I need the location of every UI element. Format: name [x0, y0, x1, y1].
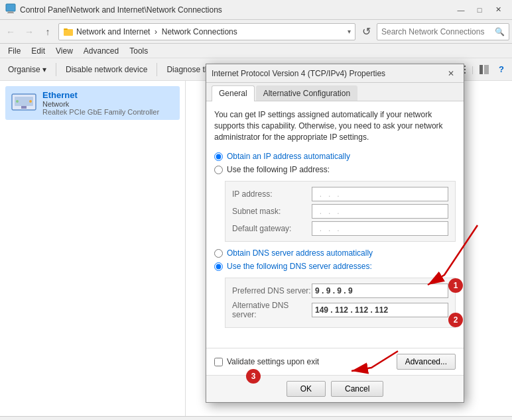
dialog-tabs: General Alternative Configuration	[206, 83, 464, 101]
network-name: Ethernet	[42, 90, 174, 100]
preferred-dns-input[interactable]: 9 . 9 . 9 . 9	[312, 284, 448, 298]
auto-dns-label: Obtain DNS server address automatically	[227, 248, 373, 258]
alternate-dns-label: Alternative DNS server:	[232, 301, 312, 319]
forward-button[interactable]: →	[21, 24, 37, 40]
folder-icon	[63, 26, 74, 37]
title-bar: Control Panel\Network and Internet\Netwo…	[0, 0, 512, 20]
status-bar: 1 item 1 item selected	[0, 416, 512, 420]
ethernet-item[interactable]: Ethernet Network Realtek PCIe GbE Family…	[5, 86, 180, 120]
menu-bar: File Edit View Advanced Tools	[0, 44, 512, 58]
subnet-mask-input: . . .	[312, 204, 448, 219]
dialog-footer: 3 OK Cancel	[206, 375, 464, 402]
validate-checkbox-label[interactable]: Validate settings upon exit	[214, 357, 397, 366]
svg-point-17	[16, 100, 19, 103]
auto-ip-radio[interactable]	[214, 152, 223, 161]
preferred-dns-label: Preferred DNS server:	[232, 286, 312, 295]
minimize-button[interactable]: —	[452, 3, 470, 17]
dialog-title-text: Internet Protocol Version 4 (TCP/IPv4) P…	[212, 69, 444, 78]
svg-point-18	[29, 100, 32, 103]
maximize-button[interactable]: □	[471, 3, 488, 17]
advanced-button[interactable]: Advanced...	[397, 354, 456, 370]
ip-address-input: . . .	[312, 187, 448, 201]
tab-general[interactable]: General	[212, 85, 255, 101]
cancel-button[interactable]: Cancel	[331, 381, 383, 397]
svg-rect-4	[64, 28, 68, 30]
svg-rect-2	[7, 13, 14, 13]
auto-ip-row: Obtain an IP address automatically	[214, 152, 456, 161]
svg-rect-16	[21, 106, 27, 109]
menu-view[interactable]: View	[50, 45, 78, 57]
alternate-dns-row: Alternative DNS server: 149 . 112 . 112 …	[232, 301, 448, 319]
toolbar-separator-2	[157, 63, 157, 76]
dns-section: Obtain DNS server address automatically …	[214, 248, 456, 271]
menu-advanced[interactable]: Advanced	[78, 45, 124, 57]
panel-icon	[479, 64, 489, 75]
address-bar: ← → ↑ Network and Internet › Network Con…	[0, 20, 512, 44]
svg-rect-3	[64, 29, 73, 36]
disable-network-button[interactable]: Disable network device	[60, 60, 153, 79]
ip-fields: IP address: . . . Subnet mask: . . . Def…	[225, 181, 456, 242]
help-button[interactable]: ?	[493, 62, 509, 78]
title-text: Control Panel\Network and Internet\Netwo…	[20, 5, 452, 15]
search-input[interactable]	[381, 27, 492, 36]
subnet-mask-row: Subnet mask: . . .	[232, 204, 448, 219]
panel-button[interactable]	[476, 62, 492, 78]
manual-dns-label: Use the following DNS server addresses:	[227, 262, 372, 271]
badge-1: 1	[448, 278, 463, 293]
close-button[interactable]: ✕	[489, 3, 507, 17]
tab-alt-config[interactable]: Alternative Configuration	[256, 85, 357, 101]
back-button[interactable]: ←	[3, 24, 19, 40]
organise-button[interactable]: Organise ▾	[3, 60, 52, 79]
default-gateway-label: Default gateway:	[232, 224, 312, 233]
ip-address-label: IP address:	[232, 189, 312, 199]
ip-address-row: IP address: . . .	[232, 187, 448, 201]
up-button[interactable]: ↑	[40, 24, 56, 40]
dialog-close-button[interactable]: ✕	[444, 67, 458, 80]
manual-dns-radio[interactable]	[214, 262, 223, 271]
svg-rect-1	[8, 11, 13, 13]
subnet-mask-label: Subnet mask:	[232, 207, 312, 216]
dialog-bottom: Validate settings upon exit Advanced...	[206, 348, 464, 375]
network-type: Network	[42, 100, 174, 108]
breadcrumb[interactable]: Network and Internet › Network Connectio…	[58, 23, 355, 40]
ip-mode-group: Obtain an IP address automatically Use t…	[214, 152, 456, 174]
dialog-body: You can get IP settings assigned automat…	[206, 101, 464, 342]
manual-ip-label: Use the following IP address:	[227, 165, 330, 174]
alternate-dns-input[interactable]: 149 . 112 . 112 . 112	[312, 303, 448, 317]
ok-button[interactable]: OK	[287, 381, 326, 397]
search-icon: 🔍	[495, 27, 505, 36]
default-gateway-row: Default gateway: . . .	[232, 221, 448, 236]
menu-file[interactable]: File	[3, 45, 26, 57]
search-box[interactable]: 🔍	[377, 23, 509, 40]
manual-ip-radio[interactable]	[214, 166, 223, 174]
title-icon	[5, 3, 16, 16]
menu-tools[interactable]: Tools	[124, 45, 153, 57]
svg-rect-12	[480, 65, 483, 74]
refresh-button[interactable]: ↺	[358, 24, 374, 40]
properties-dialog: Internet Protocol Version 4 (TCP/IPv4) P…	[206, 64, 464, 403]
badge-3: 3	[246, 369, 261, 384]
manual-dns-row: Use the following DNS server addresses:	[214, 262, 456, 271]
network-hardware: Realtek PCIe GbE Family Controller	[42, 108, 174, 116]
auto-dns-row: Obtain DNS server address automatically	[214, 248, 456, 258]
menu-edit[interactable]: Edit	[26, 45, 50, 57]
validate-checkbox[interactable]	[214, 358, 223, 366]
status-view-list[interactable]	[491, 418, 507, 421]
dialog-title-bar: Internet Protocol Version 4 (TCP/IPv4) P…	[206, 64, 464, 83]
manual-ip-row: Use the following IP address:	[214, 165, 456, 174]
status-view-buttons	[472, 418, 507, 421]
left-panel: Ethernet Network Realtek PCIe GbE Family…	[0, 81, 186, 416]
svg-rect-0	[6, 4, 15, 11]
auto-dns-radio[interactable]	[214, 249, 223, 258]
svg-rect-13	[484, 65, 489, 74]
status-view-tiles[interactable]	[472, 418, 488, 421]
preferred-dns-row: Preferred DNS server: 9 . 9 . 9 . 9	[232, 284, 448, 298]
toolbar-separator	[56, 63, 56, 76]
validate-label-text: Validate settings upon exit	[227, 357, 319, 366]
auto-ip-label: Obtain an IP address automatically	[227, 152, 350, 161]
breadcrumb-text: Network and Internet › Network Connectio…	[76, 27, 237, 36]
dropdown-arrow[interactable]: ▾	[348, 28, 351, 35]
ethernet-icon	[11, 93, 37, 114]
window-controls: — □ ✕	[452, 3, 507, 17]
dns-fields: Preferred DNS server: 9 . 9 . 9 . 9 Alte…	[225, 278, 456, 328]
